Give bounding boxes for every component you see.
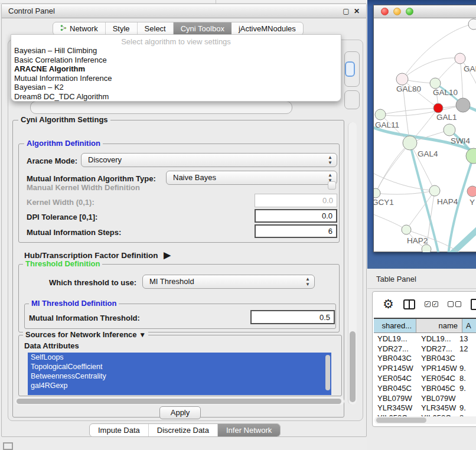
table-cell[interactable]: YLR345W [374,403,416,412]
select-columns-icon[interactable]: ✓✓ [425,301,438,307]
network-window-titlebar[interactable] [374,5,476,18]
network-node[interactable] [455,53,465,64]
table-cell[interactable]: YBR045C [416,384,458,393]
network-edge[interactable] [376,191,435,194]
dropdown-item[interactable]: Mutual Information Inference [11,74,341,83]
table-cell[interactable]: YBR043C [416,354,458,363]
network-node[interactable] [468,19,476,30]
attribute-list-scrollbar-thumb[interactable] [325,355,330,390]
attribute-item[interactable]: gal4RGexp [28,381,331,390]
minimized-panel-icon[interactable] [3,442,13,450]
table-cell[interactable]: 12 [458,344,476,353]
close-traffic-light[interactable] [381,8,389,15]
network-node[interactable] [433,103,443,113]
table-hscrollbar[interactable] [374,416,476,424]
tab-select[interactable]: Select [138,22,174,35]
table-row[interactable]: YDL19...YDL19...13 [374,334,476,344]
attribute-item[interactable]: SelfLoops [28,353,331,362]
table-cell[interactable]: 9. [458,403,476,412]
table-row[interactable]: YDR27...YDR27...12 [374,344,476,354]
column-header-name[interactable]: name [416,319,462,332]
dropdown-item-selected[interactable]: ARACNE Algorithm [11,64,341,74]
tab-jactivemnodules[interactable]: jActiveMNodules [232,22,303,35]
gear-icon[interactable]: ⚙ [383,298,394,310]
table-cell[interactable]: YER054C [416,374,458,383]
tab-discretize-data[interactable]: Discretize Data [149,424,218,436]
table-row[interactable]: YBR043CYBR043C [374,354,476,364]
table-cell[interactable]: YPR145W [374,364,416,373]
dropdown-item[interactable]: Basic Correlation Inference [11,56,341,65]
mi-steps-input[interactable] [255,224,337,238]
table-cell[interactable]: 9. [458,364,476,373]
network-node[interactable] [467,186,476,197]
split-panel-icon[interactable] [403,299,415,309]
network-node[interactable] [456,98,470,112]
table-cell[interactable]: YBR045C [374,384,416,393]
table-cell[interactable]: YBL079W [374,394,416,403]
dropdown-item[interactable]: Bayesian – K2 [11,83,341,92]
network-node[interactable] [396,73,408,85]
table-cell[interactable]: YDL19... [374,334,416,343]
network-node[interactable] [375,109,386,120]
tab-infer-network[interactable]: Infer Network [218,424,280,436]
settings-hscrollbar[interactable] [15,397,344,405]
expanded-arrow-icon[interactable]: ▼ [139,331,146,339]
table-row[interactable]: YPR145WYPR145W9. [374,363,476,373]
float-window-icon[interactable]: ▢ [341,6,351,16]
table-cell[interactable]: 13 [458,334,476,343]
table-cell[interactable]: YDR27... [374,344,416,353]
table-cell[interactable]: YDL19... [416,334,458,343]
network-node[interactable] [444,124,455,136]
column-header-shared-name[interactable]: shared... [374,319,416,332]
new-column-icon[interactable] [471,299,476,310]
table-cell[interactable]: YBR043C [374,354,416,363]
table-row[interactable]: YBR045CYBR045C9. [374,383,476,393]
table-cell[interactable]: YER054C [374,374,416,383]
network-node[interactable] [429,185,440,196]
tab-style[interactable]: Style [106,22,138,35]
network-view-window[interactable]: GALGAL80GAL10GAL1GAL11SWI4GAL4GCY1HAP4YH… [373,5,476,252]
table-hscrollbar-thumb[interactable] [376,418,426,423]
apply-button[interactable]: Apply [159,406,201,419]
dropdown-item[interactable]: Bayesian – Hill Climbing [11,46,341,56]
network-node[interactable] [430,78,441,89]
network-node[interactable] [374,188,380,198]
column-header-clipped[interactable]: A [462,319,476,332]
table-cell[interactable]: 9. [458,384,476,393]
deselect-columns-icon[interactable] [448,301,461,307]
settings-vscrollbar-thumb[interactable] [350,331,356,402]
control-panel-titlebar[interactable]: Control Panel [2,4,366,18]
table-cell[interactable]: YDR27... [416,344,458,353]
table-row[interactable]: YLR345WYLR345W9. [374,403,476,413]
close-window-icon[interactable]: ✕ [352,6,361,16]
dpi-tolerance-input[interactable] [255,209,337,223]
table-cell[interactable]: 8. [458,374,476,383]
settings-hscrollbar-thumb[interactable] [17,399,341,404]
network-canvas[interactable]: GALGAL80GAL10GAL1GAL11SWI4GAL4GCY1HAP4YH… [374,18,476,252]
collapsed-arrow-icon[interactable]: ▶ [164,250,171,260]
sources-title[interactable]: Sources for Network Inference ▼ [23,331,148,339]
mi-threshold-input[interactable] [250,310,335,324]
minimize-traffic-light[interactable] [393,8,401,15]
network-node[interactable] [422,244,431,252]
mi-type-select[interactable]: Naive Bayes ▲▼ [166,171,337,185]
attribute-item[interactable]: BetweennessCentrality [28,371,331,381]
tab-network[interactable]: Network [53,22,106,35]
network-node[interactable] [466,148,476,164]
tab-impute-data[interactable]: Impute Data [90,424,149,436]
attribute-item[interactable]: TopologicalCoefficient [28,362,331,371]
aracne-mode-select[interactable]: Discovery ▲▼ [81,153,337,167]
manual-kernel-checkbox[interactable] [328,181,336,190]
network-edge[interactable] [380,108,438,115]
which-threshold-select[interactable]: MI Threshold ▲▼ [142,275,315,289]
table-cell[interactable]: YBL079W [416,394,458,403]
kernel-width-input[interactable] [255,194,337,207]
network-node[interactable] [403,136,417,150]
table-cell[interactable]: YLR345W [416,403,458,412]
table-row[interactable]: YBL079WYBL079W [374,393,476,403]
network-edge[interactable] [402,58,460,79]
tab-cyni-toolbox[interactable]: Cyni Toolbox [174,22,232,35]
dropdown-item[interactable]: Dream8 DC_TDC Algorithm [11,92,341,102]
network-node[interactable] [402,225,411,234]
table-cell[interactable]: YPR145W [416,364,458,373]
